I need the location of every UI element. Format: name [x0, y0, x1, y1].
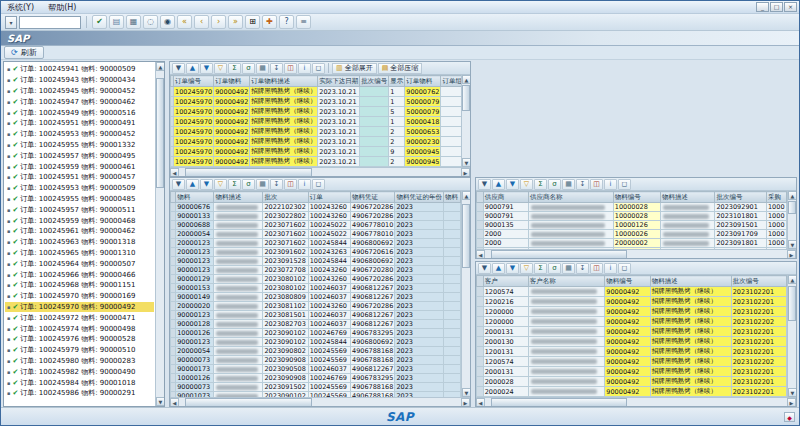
table-cell[interactable]: 1000	[766, 212, 786, 221]
sidebar-item-order[interactable]: ▪✔订单: 100245963 物料: 90001318	[5, 237, 154, 248]
table-cell[interactable]: 2023	[395, 284, 444, 293]
table-cell[interactable]: 9000791	[483, 212, 528, 221]
table-cell[interactable]: 10000126	[613, 221, 660, 230]
customers-vertical-scrollbar[interactable]: ▲ ▼	[787, 275, 796, 397]
table-cell[interactable]: 2023101801	[715, 212, 767, 221]
table-cell[interactable]: 100243263	[308, 248, 350, 257]
table-cell[interactable]: 1	[389, 167, 405, 168]
sidebar-item-order[interactable]: ▪✔订单: 100245949 物料: 90000516	[5, 107, 154, 118]
table-cell[interactable]: 4906778010	[351, 230, 395, 239]
row-select-cell[interactable]	[477, 367, 484, 377]
table-cell[interactable]: 1200131	[483, 347, 528, 357]
table-row[interactable]: 10024597090000492招牌黑鸭熟烤（继续）2023.10.21150…	[171, 117, 462, 127]
column-header[interactable]: 物料凭证	[351, 192, 395, 203]
table-cell[interactable]: 2023.10.21	[318, 127, 360, 137]
table-cell[interactable]: 招牌黑鸭熟烤（继续）	[650, 367, 731, 377]
table-row[interactable]: 90007911000002820230929011000	[477, 203, 787, 212]
scrollbar-thumb[interactable]	[462, 85, 470, 110]
table-cell[interactable]: 2000130	[483, 337, 528, 347]
table-cell[interactable]: 90000492	[605, 317, 650, 327]
table-row[interactable]: 200013190000492招牌黑鸭熟烤（继续）2023102201	[477, 367, 787, 377]
table-cell[interactable]: 2023091501	[715, 221, 767, 230]
table-cell[interactable]	[443, 392, 460, 398]
table-cell[interactable]: 100246037	[308, 284, 350, 293]
sidebar-item-order[interactable]: ▪✔订单: 100245953 物料: 90000509	[5, 183, 154, 194]
table-cell[interactable]: 2023080809	[263, 293, 308, 302]
print-icon[interactable]: ▦	[126, 15, 141, 29]
scroll-down-icon[interactable]: ▼	[462, 158, 470, 167]
sidebar-item-order[interactable]: ▪✔订单: 100245957 物料: 90000511	[5, 204, 154, 215]
table-cell[interactable]: 招牌黑鸭熟烤（继续）	[250, 137, 318, 147]
table-cell[interactable]	[443, 365, 460, 374]
sidebar-item-order[interactable]: ▪✔订单: 100245955 物料: 90000485	[5, 194, 154, 205]
table-cell[interactable]: 100245970	[174, 167, 214, 168]
scrollbar-thumb[interactable]	[185, 168, 312, 177]
orders-horizontal-scrollbar[interactable]: ◀ ▶	[170, 167, 470, 176]
table-cell[interactable]: 90000965	[405, 167, 441, 168]
column-header[interactable]: 实际下达日期	[318, 76, 360, 87]
table-cell[interactable]: 2023090908	[263, 374, 308, 383]
table-cell[interactable]: 2023	[395, 320, 444, 329]
table-cell[interactable]: 90000153	[176, 284, 214, 293]
table-cell[interactable]: 4906720616	[351, 248, 395, 257]
table-cell[interactable]: 2000	[483, 239, 528, 248]
table-cell[interactable]: 4906783295	[351, 374, 395, 383]
table-cell[interactable]: 2023082703	[263, 320, 308, 329]
row-select-cell[interactable]	[477, 203, 484, 212]
print-icon[interactable]: ▦	[256, 179, 269, 190]
table-row[interactable]: 9000012320230727081002432604906720280202…	[171, 266, 461, 275]
table-cell[interactable]	[528, 221, 613, 230]
table-cell[interactable]	[214, 392, 263, 398]
column-header[interactable]: 物料描述	[650, 276, 731, 287]
table-cell[interactable]: 4906812267	[351, 365, 395, 374]
table-row[interactable]: 10024597090000492招牌黑鸭熟烤（继续）2023.10.21290…	[171, 157, 462, 167]
table-cell[interactable]	[360, 107, 389, 117]
table-cell[interactable]: 2023	[395, 338, 444, 347]
table-cell[interactable]: 10000028	[613, 203, 660, 212]
minimize-icon[interactable]: _	[756, 2, 769, 12]
table-row[interactable]: 200002490000492招牌黑鸭熟烤（继续）2023102201	[477, 387, 787, 397]
sort-desc-icon[interactable]: ▼	[506, 263, 519, 274]
table-cell[interactable]	[528, 230, 613, 239]
table-cell[interactable]: 2	[389, 137, 405, 147]
subtotal-icon[interactable]: σ	[242, 63, 255, 74]
table-cell[interactable]	[360, 157, 389, 167]
scrollbar-thumb[interactable]	[185, 398, 312, 407]
table-cell[interactable]: 2023.10.21	[318, 117, 360, 127]
table-cell[interactable]	[528, 327, 605, 337]
print-icon[interactable]: ▦	[562, 179, 575, 190]
table-cell[interactable]	[528, 367, 605, 377]
column-header[interactable]: 物料描述	[661, 192, 715, 203]
sidebar-item-order[interactable]: ▪✔订单: 100245953 物料: 90000452	[5, 129, 154, 140]
table-cell[interactable]: 2023	[395, 275, 444, 284]
table-cell[interactable]	[443, 347, 460, 356]
table-cell[interactable]	[214, 329, 263, 338]
table-cell[interactable]: 2023	[395, 248, 444, 257]
column-header[interactable]: 供应商	[483, 192, 528, 203]
column-header[interactable]: 订单物料描述	[250, 76, 318, 87]
column-header[interactable]: 物料编号	[613, 192, 660, 203]
table-cell[interactable]	[443, 212, 460, 221]
table-row[interactable]: 9000017320230905081002460374906812267202…	[171, 365, 461, 374]
info-icon[interactable]: i	[298, 63, 311, 74]
table-cell[interactable]	[214, 374, 263, 383]
table-row[interactable]: 9000012820230827031002460374906812267202…	[171, 320, 461, 329]
scroll-right-icon[interactable]: ▶	[461, 398, 470, 407]
sidebar-item-order[interactable]: ▪✔订单: 100245974 物料: 90000498	[5, 323, 154, 334]
graphic-icon[interactable]: ◫	[284, 179, 297, 190]
table-cell[interactable]	[214, 275, 263, 284]
subtotal-icon[interactable]: σ	[242, 179, 255, 190]
column-header[interactable]: 采购	[766, 192, 786, 203]
table-row[interactable]: 200013090000492招牌黑鸭熟烤（继续）2023102201	[477, 337, 787, 347]
column-header[interactable]: 客户	[483, 276, 528, 287]
table-row[interactable]: 10024597090000492招牌黑鸭熟烤（继续）2023.10.21250…	[171, 127, 462, 137]
table-cell[interactable]: 90000945	[405, 147, 441, 157]
sidebar-item-order[interactable]: ▪✔订单: 100245976 物料: 90000528	[5, 334, 154, 345]
table-cell[interactable]	[443, 320, 460, 329]
table-row[interactable]: 10024597090000492招牌黑鸭熟烤（继续）2023.10.21190…	[171, 87, 462, 97]
table-cell[interactable]	[441, 117, 461, 127]
table-cell[interactable]	[528, 203, 613, 212]
table-cell[interactable]: 90000073	[176, 356, 214, 365]
scroll-up-icon[interactable]: ▲	[788, 275, 796, 284]
sidebar-item-order[interactable]: ▪✔订单: 100245959 物料: 90000461	[5, 161, 154, 172]
